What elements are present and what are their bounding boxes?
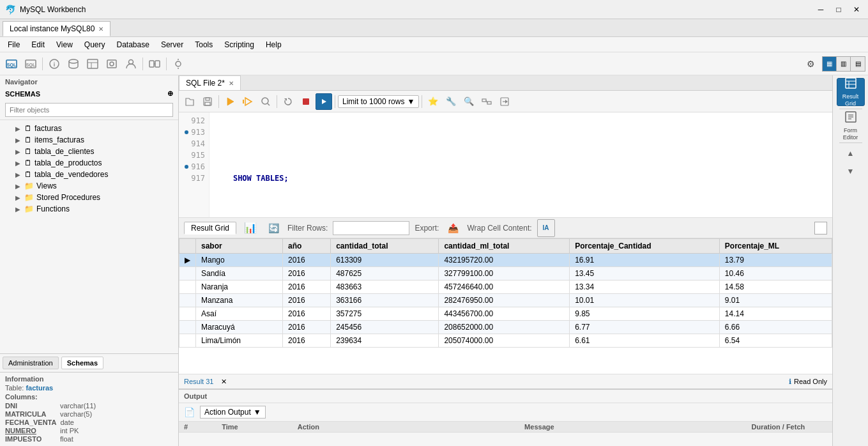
table-row[interactable]: ▶ Mango 2016 613309 432195720.00 16.91 1… (179, 254, 832, 267)
toolbar-user-btn[interactable] (122, 55, 140, 73)
table-row[interactable]: Naranja 2016 483663 457246640.00 13.34 1… (179, 281, 832, 294)
toggle-panel-btn[interactable] (814, 222, 827, 235)
execute-active-btn[interactable] (316, 93, 332, 110)
menu-file[interactable]: File (3, 39, 25, 50)
close-button[interactable]: ✕ (850, 3, 863, 16)
arrow-icon: ▶ (15, 171, 20, 178)
open-file-btn[interactable] (181, 93, 198, 110)
tree-item-functions[interactable]: ▶ 📁 Functions (0, 203, 178, 215)
stop-btn[interactable] (298, 93, 314, 110)
menu-server[interactable]: Server (156, 39, 188, 50)
refresh-btn[interactable]: 🔄 (264, 219, 282, 237)
tree-item-views[interactable]: ▶ 📁 Views (0, 180, 178, 192)
tree-item-tabla-productos[interactable]: ▶ 🗒 tabla_de_productos (0, 157, 178, 169)
toolbar-info-btn[interactable]: i (45, 55, 63, 73)
tab-close-icon[interactable]: ✕ (98, 26, 103, 33)
chart-btn[interactable]: 📊 (241, 219, 259, 237)
toolbar-db-btn[interactable] (65, 55, 82, 73)
clear-btn[interactable]: 🔧 (443, 93, 459, 110)
result-count-label[interactable]: Result 31 (184, 378, 213, 385)
limit-dropdown[interactable]: Limit to 1000 rows ▼ (338, 95, 419, 108)
toggle-checkbox[interactable] (814, 222, 827, 235)
schema-btn[interactable] (478, 93, 495, 110)
th-cantidad-total[interactable]: cantidad_total (331, 239, 439, 254)
export-icon-btn[interactable]: 📤 (444, 219, 462, 237)
execute-btn[interactable] (222, 93, 238, 110)
filter-input[interactable] (5, 103, 173, 117)
result-grid-tab[interactable]: Result Grid (184, 222, 236, 235)
form-editor-panel-btn[interactable]: FormEditor (837, 112, 865, 140)
code-content[interactable]: SHOW TABLES; -- ────────────────────────… (209, 112, 832, 217)
table-row[interactable]: Lima/Limón 2016 239634 205074000.00 6.61… (179, 334, 832, 348)
svg-point-11 (110, 62, 114, 66)
table-row[interactable]: Manzana 2016 363166 282476950.00 10.01 9… (179, 294, 832, 307)
result-close-btn[interactable]: ✕ (218, 376, 229, 387)
maximize-button[interactable]: □ (832, 3, 845, 16)
result-grid-panel-btn[interactable]: ResultGrid (837, 78, 865, 106)
th-cantidad-ml-total[interactable]: cantidad_ml_total (439, 239, 570, 254)
toolbar-table-btn[interactable] (84, 55, 102, 73)
title-bar: 🐬 MySQL Workbench ─ □ ✕ (0, 0, 868, 19)
main-tab[interactable]: Local instance MySQL80 ✕ (3, 21, 110, 36)
sql-toolbar-sep-4 (422, 95, 422, 108)
menu-help[interactable]: Help (261, 39, 287, 50)
tree-item-stored-procedures[interactable]: ▶ 📁 Stored Procedures (0, 192, 178, 203)
toolbar-config-btn[interactable] (103, 55, 121, 73)
line-916: 916 (179, 161, 205, 173)
toolbar-sql-btn[interactable]: SQL (3, 55, 20, 73)
layout-btn-1[interactable]: ▦ (823, 57, 837, 71)
th-ano[interactable]: año (282, 239, 330, 254)
layout-btn-2[interactable]: ▥ (837, 57, 851, 71)
wrap-icon-btn[interactable]: IA (537, 219, 555, 237)
menu-query[interactable]: Query (79, 39, 110, 50)
execute-selection-btn[interactable] (240, 93, 256, 110)
tree-item-facturas[interactable]: ▶ 🗒 facturas (0, 123, 178, 134)
tree-item-tabla-clientes[interactable]: ▶ 🗒 tabla_de_clientes (0, 146, 178, 157)
table-row[interactable]: Sandía 2016 487625 327799100.00 13.45 10… (179, 267, 832, 281)
code-line-913: SHOW TABLES; (215, 173, 827, 184)
bookmark-btn[interactable]: ⭐ (425, 93, 441, 110)
svg-point-25 (262, 98, 268, 104)
line-917: 917 (179, 173, 205, 184)
th-porcentaje-cantidad[interactable]: Porcentaje_Cantidad (570, 239, 720, 254)
panel-up-arrow[interactable]: ▲ (843, 146, 858, 161)
folder-icon: 📁 (24, 193, 34, 202)
arrow-icon: ▶ (15, 206, 20, 213)
sql-tab-close[interactable]: ✕ (229, 80, 234, 87)
row-arrow-cell (179, 307, 196, 321)
tab-schemas[interactable]: Schemas (61, 357, 103, 369)
action-output-select[interactable]: Action Output ▼ (200, 406, 266, 419)
minimize-button[interactable]: ─ (814, 3, 827, 16)
menu-database[interactable]: Database (112, 39, 155, 50)
toolbar-migration-btn[interactable] (146, 55, 164, 73)
table-row[interactable]: Maracuyá 2016 245456 208652000.00 6.77 6… (179, 321, 832, 334)
schemas-icon[interactable]: ⊕ (167, 89, 173, 98)
search-btn[interactable] (257, 93, 274, 110)
window-controls[interactable]: ─ □ ✕ (814, 3, 863, 16)
menu-view[interactable]: View (51, 39, 78, 50)
cell-porcentaje-ml: 10.46 (719, 267, 832, 281)
reconnect-btn[interactable] (280, 93, 296, 110)
toolbar-gear-icon[interactable]: ⚙ (802, 55, 819, 73)
sql-file-tab[interactable]: SQL File 2* ✕ (179, 75, 241, 90)
th-sabor[interactable]: sabor (196, 239, 283, 254)
menu-edit[interactable]: Edit (26, 39, 50, 50)
tab-administration[interactable]: Administration (3, 357, 59, 369)
panel-down-arrow[interactable]: ▼ (843, 164, 858, 179)
zoom-btn[interactable]: 🔍 (461, 93, 477, 110)
save-btn[interactable] (199, 93, 216, 110)
output-doc-icon[interactable]: 📄 (184, 407, 195, 417)
th-porcentaje-ml[interactable]: Porcentaje_ML (719, 239, 832, 254)
menu-tools[interactable]: Tools (190, 39, 218, 50)
line-numbers: 912 913 914 915 916 917 (179, 112, 209, 217)
layout-btn-3[interactable]: ▤ (851, 57, 865, 71)
toolbar-network-btn[interactable] (169, 55, 187, 73)
menu-scripting[interactable]: Scripting (219, 39, 259, 50)
tree-item-tabla-vendedores[interactable]: ▶ 🗒 tabla_de_vendedores (0, 169, 178, 180)
code-line-912 (215, 138, 827, 150)
tree-item-items-facturas[interactable]: ▶ 🗒 items_facturas (0, 134, 178, 146)
export-result-btn[interactable] (496, 93, 513, 110)
toolbar-sql2-btn[interactable]: SQL (22, 55, 40, 73)
table-row[interactable]: Asaí 2016 357275 443456700.00 9.85 14.14 (179, 307, 832, 321)
filter-rows-input[interactable] (333, 221, 409, 235)
